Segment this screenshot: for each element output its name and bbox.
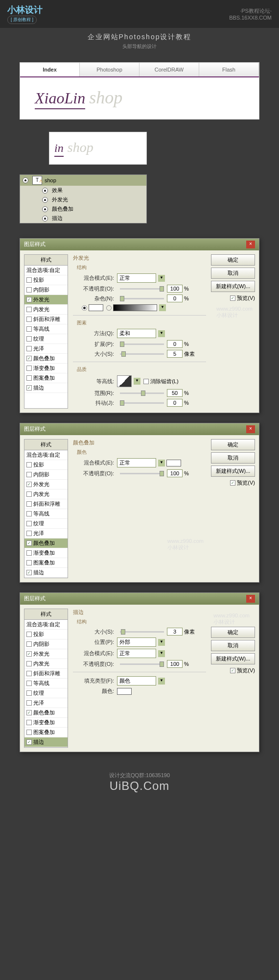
checkbox[interactable] xyxy=(26,671,32,676)
style-inner-glow[interactable]: 内发光 xyxy=(24,305,68,315)
chevron-down-icon[interactable]: ▼ xyxy=(159,304,166,311)
style-satin[interactable]: 光泽 xyxy=(24,529,68,539)
style-stroke[interactable]: 描边 xyxy=(24,568,68,578)
checkbox[interactable] xyxy=(26,297,32,302)
opacity-input[interactable]: 100 xyxy=(167,660,183,668)
visibility-icon[interactable] xyxy=(42,216,48,221)
size-slider[interactable] xyxy=(120,353,164,355)
color-radio[interactable] xyxy=(82,305,87,311)
checkbox[interactable] xyxy=(26,540,32,546)
close-icon[interactable]: × xyxy=(246,595,255,603)
checkbox[interactable] xyxy=(26,346,32,351)
style-color-overlay[interactable]: 颜色叠加 xyxy=(24,539,68,548)
style-inner-shadow[interactable]: 内阴影 xyxy=(24,639,68,649)
visibility-icon[interactable] xyxy=(42,188,48,194)
layer-row[interactable]: T⚠ shop xyxy=(20,175,146,186)
style-texture[interactable]: 纹理 xyxy=(24,519,68,529)
checkbox[interactable] xyxy=(26,287,32,293)
opacity-slider[interactable] xyxy=(120,663,164,665)
style-contour[interactable]: 等高线 xyxy=(24,509,68,519)
ok-button[interactable]: 确定 xyxy=(211,254,255,266)
chevron-down-icon[interactable]: ▼ xyxy=(158,275,165,282)
preview-checkbox[interactable] xyxy=(230,480,235,486)
style-pattern-overlay[interactable]: 图案叠加 xyxy=(24,728,68,737)
tab-photoshop[interactable]: Photoshop xyxy=(80,63,140,76)
gradient-swatch[interactable] xyxy=(113,304,157,311)
style-bevel[interactable]: 斜面和浮雕 xyxy=(24,499,68,509)
blend-options[interactable]: 混合选项:自定 xyxy=(24,450,68,460)
style-inner-glow[interactable]: 内发光 xyxy=(24,659,68,669)
checkbox[interactable] xyxy=(26,482,32,487)
chevron-down-icon[interactable]: ▼ xyxy=(158,460,165,466)
checkbox[interactable] xyxy=(26,491,32,497)
slider-thumb[interactable] xyxy=(160,286,164,292)
cancel-button[interactable]: 取消 xyxy=(211,268,255,279)
chevron-down-icon[interactable]: ▼ xyxy=(158,678,165,685)
checkbox[interactable] xyxy=(26,641,32,647)
close-icon[interactable]: × xyxy=(246,425,255,433)
chevron-down-icon[interactable]: ▼ xyxy=(158,639,165,646)
chevron-down-icon[interactable]: ▼ xyxy=(158,650,165,657)
style-contour[interactable]: 等高线 xyxy=(24,324,68,334)
style-outer-glow[interactable]: 外发光 xyxy=(24,649,68,659)
checkbox[interactable] xyxy=(26,385,32,391)
checkbox[interactable] xyxy=(26,570,32,575)
dialog-titlebar[interactable]: 图层样式 × xyxy=(20,423,259,435)
style-gradient-overlay[interactable]: 渐变叠加 xyxy=(24,548,68,558)
visibility-icon[interactable] xyxy=(42,206,48,212)
checkbox[interactable] xyxy=(26,366,32,371)
style-bevel[interactable]: 斜面和浮雕 xyxy=(24,669,68,679)
ok-button[interactable]: 确定 xyxy=(211,627,255,638)
checkbox[interactable] xyxy=(26,375,32,381)
color-swatch[interactable] xyxy=(89,304,103,311)
jitter-input[interactable]: 0 xyxy=(167,399,183,407)
gradient-radio[interactable] xyxy=(106,305,112,311)
jitter-slider[interactable] xyxy=(120,402,164,404)
size-slider[interactable] xyxy=(120,631,164,633)
position-dropdown[interactable]: 外部 xyxy=(117,637,156,647)
style-color-overlay[interactable]: 颜色叠加 xyxy=(24,354,68,364)
style-drop-shadow[interactable]: 投影 xyxy=(24,275,68,285)
checkbox[interactable] xyxy=(26,710,32,715)
effect-item[interactable]: 颜色叠加 xyxy=(20,204,146,214)
style-gradient-overlay[interactable]: 渐变叠加 xyxy=(24,718,68,728)
style-texture[interactable]: 纹理 xyxy=(24,334,68,344)
tab-index[interactable]: Index xyxy=(20,63,80,76)
cancel-button[interactable]: 取消 xyxy=(211,452,255,464)
size-input[interactable]: 3 xyxy=(167,628,183,636)
slider-thumb[interactable] xyxy=(120,296,124,301)
checkbox[interactable] xyxy=(26,511,32,516)
style-contour[interactable]: 等高线 xyxy=(24,679,68,688)
slider-thumb[interactable] xyxy=(141,391,145,396)
blend-mode-dropdown[interactable]: 正常 xyxy=(117,458,156,467)
slider-thumb[interactable] xyxy=(121,629,125,635)
style-bevel[interactable]: 斜面和浮雕 xyxy=(24,315,68,324)
checkbox[interactable] xyxy=(26,550,32,556)
noise-slider[interactable] xyxy=(120,298,164,299)
tab-flash[interactable]: Flash xyxy=(199,63,259,76)
style-stroke[interactable]: 描边 xyxy=(24,383,68,393)
slider-thumb[interactable] xyxy=(120,342,124,347)
style-color-overlay[interactable]: 颜色叠加 xyxy=(24,708,68,718)
visibility-icon[interactable] xyxy=(23,177,28,183)
new-style-button[interactable]: 新建样式(W)... xyxy=(211,466,255,477)
checkbox[interactable] xyxy=(26,700,32,706)
style-stroke[interactable]: 描边 xyxy=(24,737,68,747)
checkbox[interactable] xyxy=(26,531,32,536)
size-input[interactable]: 5 xyxy=(167,350,183,358)
tab-coreldraw[interactable]: CorelDRAW xyxy=(140,63,199,76)
cancel-button[interactable]: 取消 xyxy=(211,640,255,651)
close-icon[interactable]: × xyxy=(246,241,255,248)
spread-slider[interactable] xyxy=(120,343,164,345)
blend-options[interactable]: 混合选项:自定 xyxy=(24,620,68,630)
effects-row[interactable]: 效果 xyxy=(20,186,146,195)
fill-type-dropdown[interactable]: 颜色 xyxy=(117,676,156,686)
spread-input[interactable]: 0 xyxy=(167,340,183,348)
checkbox[interactable] xyxy=(26,472,32,477)
style-drop-shadow[interactable]: 投影 xyxy=(24,630,68,639)
contour-picker[interactable] xyxy=(117,375,132,387)
checkbox[interactable] xyxy=(26,521,32,526)
preview-checkbox[interactable] xyxy=(230,295,235,301)
effect-item[interactable]: 外发光 xyxy=(20,195,146,204)
slider-thumb[interactable] xyxy=(160,471,164,476)
